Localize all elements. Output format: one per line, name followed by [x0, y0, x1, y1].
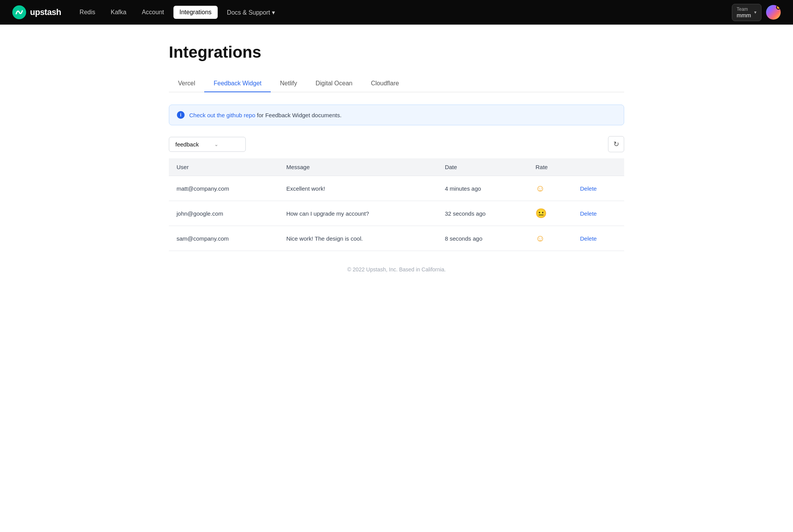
github-repo-link[interactable]: Check out the github repo — [189, 112, 255, 118]
page-title: Integrations — [169, 43, 624, 62]
col-header-rate: Rate — [528, 158, 572, 176]
table-row: matt@company.com Excellent work! 4 minut… — [169, 176, 624, 201]
nav-account[interactable]: Account — [136, 6, 170, 19]
smiley-happy-icon-2: ☺ — [535, 233, 545, 243]
logo-icon — [12, 5, 26, 19]
table-header: User Message Date Rate — [169, 158, 624, 176]
refresh-button[interactable]: ↻ — [608, 136, 624, 152]
tab-netlify[interactable]: Netlify — [271, 75, 306, 92]
cell-message-2: How can I upgrade my account? — [278, 201, 437, 226]
cell-user-2: john@google.com — [169, 201, 278, 226]
cell-rate-2: 😐 — [528, 201, 572, 226]
controls-row: feedback ⌄ ↻ — [169, 136, 624, 152]
logo-text: upstash — [30, 7, 61, 17]
cell-user-3: sam@company.com — [169, 226, 278, 251]
banner-rest-text: for Feedback Widget documents. — [255, 112, 342, 118]
info-banner: i Check out the github repo for Feedback… — [169, 105, 624, 125]
delete-button-2[interactable]: Delete — [580, 210, 596, 217]
cell-action-2: Delete — [572, 201, 624, 226]
cell-action-3: Delete — [572, 226, 624, 251]
cell-rate-1: ☺ — [528, 176, 572, 201]
delete-button-3[interactable]: Delete — [580, 235, 596, 242]
feedback-table: User Message Date Rate matt@company.com … — [169, 158, 624, 251]
col-header-user: User — [169, 158, 278, 176]
cell-action-1: Delete — [572, 176, 624, 201]
cell-rate-3: ☺ — [528, 226, 572, 251]
table-body: matt@company.com Excellent work! 4 minut… — [169, 176, 624, 251]
team-name: mmm — [737, 12, 751, 18]
nav-docs-support[interactable]: Docs & Support ▾ — [221, 6, 281, 19]
team-info: Team mmm — [737, 7, 751, 18]
main-content: Integrations Vercel Feedback Widget Netl… — [150, 25, 643, 311]
nav-redis[interactable]: Redis — [73, 6, 102, 19]
tab-feedback-widget[interactable]: Feedback Widget — [204, 75, 271, 92]
cell-date-1: 4 minutes ago — [437, 176, 528, 201]
cell-message-1: Excellent work! — [278, 176, 437, 201]
avatar-notification-badge — [776, 5, 781, 10]
tab-digital-ocean[interactable]: Digital Ocean — [306, 75, 362, 92]
nav-kafka[interactable]: Kafka — [105, 6, 133, 19]
footer: © 2022 Upstash, Inc. Based in California… — [169, 251, 624, 280]
dropdown-arrow-icon: ⌄ — [214, 141, 218, 147]
smiley-happy-icon: ☺ — [535, 183, 545, 193]
delete-button-1[interactable]: Delete — [580, 185, 596, 192]
smiley-neutral-icon: 😐 — [535, 208, 547, 218]
nav-right: Team mmm ▾ — [732, 4, 781, 21]
table-row: john@google.com How can I upgrade my acc… — [169, 201, 624, 226]
db-selector-dropdown[interactable]: feedback ⌄ — [169, 137, 246, 152]
chevron-down-icon: ▾ — [754, 10, 756, 15]
nav-integrations[interactable]: Integrations — [173, 6, 218, 19]
logo[interactable]: upstash — [12, 5, 61, 19]
table-row: sam@company.com Nice work! The design is… — [169, 226, 624, 251]
info-icon: i — [177, 111, 185, 119]
cell-user-1: matt@company.com — [169, 176, 278, 201]
navbar: upstash Redis Kafka Account Integrations… — [0, 0, 793, 25]
tab-vercel[interactable]: Vercel — [169, 75, 204, 92]
cell-date-2: 32 seconds ago — [437, 201, 528, 226]
team-label: Team — [737, 7, 751, 12]
tabs-bar: Vercel Feedback Widget Netlify Digital O… — [169, 75, 624, 92]
col-header-message: Message — [278, 158, 437, 176]
col-header-date: Date — [437, 158, 528, 176]
tab-cloudflare[interactable]: Cloudflare — [362, 75, 408, 92]
banner-text: Check out the github repo for Feedback W… — [189, 112, 342, 118]
refresh-icon: ↻ — [613, 140, 619, 148]
col-header-action — [572, 158, 624, 176]
footer-text: © 2022 Upstash, Inc. Based in California… — [347, 266, 446, 273]
avatar[interactable] — [766, 5, 781, 20]
cell-date-3: 8 seconds ago — [437, 226, 528, 251]
team-selector[interactable]: Team mmm ▾ — [732, 4, 762, 21]
dropdown-value: feedback — [175, 141, 199, 148]
cell-message-3: Nice work! The design is cool. — [278, 226, 437, 251]
